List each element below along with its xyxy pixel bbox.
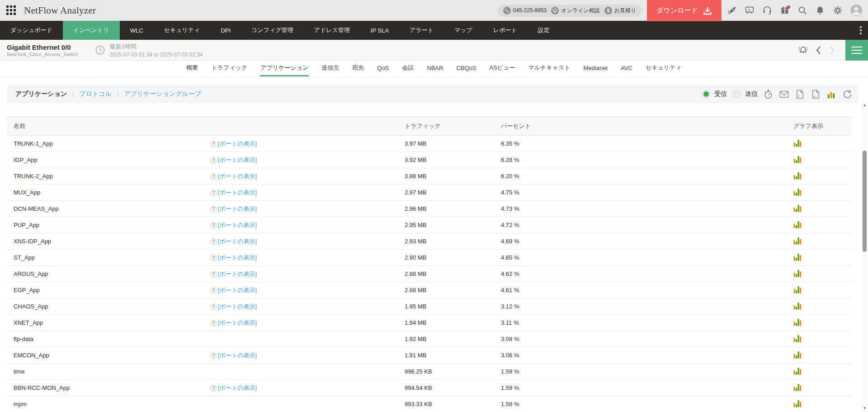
show-ports-link[interactable]: [ポートの表示]: [218, 352, 257, 359]
email-icon[interactable]: [779, 89, 789, 99]
tab[interactable]: 送信元: [321, 61, 340, 76]
tab[interactable]: アプリケーション: [260, 61, 309, 76]
nav-item[interactable]: コンフィグ管理: [241, 21, 304, 40]
nav-overflow-menu-icon[interactable]: [854, 21, 868, 40]
bell-icon[interactable]: [815, 5, 825, 15]
row-graph-button[interactable]: [793, 221, 802, 228]
filter-view[interactable]: アプリケーション: [15, 90, 67, 98]
tab[interactable]: 宛先: [352, 61, 364, 76]
tab[interactable]: 会話: [401, 61, 414, 76]
nav-item[interactable]: マップ: [444, 21, 483, 40]
show-ports-link[interactable]: [ポートの表示]: [218, 254, 257, 261]
row-graph-button[interactable]: [793, 400, 802, 407]
help-icon[interactable]: ?: [210, 271, 217, 278]
row-graph-button[interactable]: [793, 318, 802, 326]
app-grid-icon[interactable]: [6, 5, 17, 16]
tab[interactable]: セキュリティ: [645, 61, 682, 76]
snapshot-menu-button[interactable]: [845, 40, 868, 61]
row-graph-button[interactable]: [793, 188, 802, 196]
filter-view[interactable]: アプリケーショングループ: [124, 90, 201, 98]
nav-item[interactable]: セキュリティ: [154, 21, 211, 40]
row-graph-button[interactable]: [793, 237, 802, 245]
column-header-traffic[interactable]: トラフィック: [405, 122, 501, 130]
row-graph-button[interactable]: [793, 253, 802, 261]
show-ports-link[interactable]: [ポートの表示]: [218, 222, 257, 228]
receive-radio[interactable]: [702, 90, 711, 99]
row-graph-button[interactable]: [793, 156, 802, 163]
row-graph-button[interactable]: [793, 384, 802, 391]
next-interface-chevron-icon[interactable]: [829, 45, 835, 55]
row-graph-button[interactable]: [793, 367, 802, 375]
show-ports-link[interactable]: [ポートの表示]: [218, 156, 257, 163]
nav-item[interactable]: アドレス管理: [304, 21, 360, 40]
phone-chip[interactable]: 045-225-8953: [503, 7, 547, 14]
help-icon[interactable]: ?: [210, 206, 217, 213]
help-icon[interactable]: ?: [210, 141, 217, 147]
row-graph-button[interactable]: [793, 139, 802, 147]
tab[interactable]: CBQoS: [456, 61, 476, 76]
chart-view-icon[interactable]: [826, 89, 837, 99]
help-icon[interactable]: ?: [210, 238, 217, 245]
help-icon[interactable]: ?: [210, 189, 217, 196]
demo-screen-icon[interactable]: [745, 5, 755, 15]
help-icon[interactable]: ?: [210, 157, 217, 164]
row-graph-button[interactable]: [793, 172, 802, 180]
row-graph-button[interactable]: [793, 302, 802, 310]
tab[interactable]: マルチキャスト: [528, 61, 571, 76]
send-radio[interactable]: [732, 90, 741, 99]
prev-interface-chevron-icon[interactable]: [816, 45, 822, 55]
show-ports-link[interactable]: [ポートの表示]: [218, 173, 257, 180]
help-icon[interactable]: ?: [210, 352, 217, 359]
user-avatar[interactable]: [850, 5, 862, 16]
nav-item[interactable]: レポート: [483, 21, 528, 40]
column-header-name[interactable]: 名前: [7, 122, 210, 130]
show-ports-link[interactable]: [ポートの表示]: [218, 189, 257, 196]
filter-view[interactable]: プロトコル: [79, 90, 112, 98]
row-graph-button[interactable]: [793, 335, 802, 342]
show-ports-link[interactable]: [ポートの表示]: [218, 205, 257, 212]
tab[interactable]: Medianet: [583, 61, 608, 76]
download-button[interactable]: ダウンロード: [647, 0, 722, 21]
scrollbar-thumb[interactable]: [863, 151, 867, 252]
rocket-icon[interactable]: [727, 5, 737, 15]
nav-item[interactable]: IP SLA: [360, 21, 399, 40]
online-consult-chip[interactable]: オンライン相談: [551, 7, 599, 14]
help-icon[interactable]: ?: [210, 303, 217, 310]
tab[interactable]: 概要: [186, 61, 198, 76]
nav-item[interactable]: インベントリ: [63, 21, 120, 40]
nav-item[interactable]: アラート: [399, 21, 444, 40]
time-period-dropdown[interactable]: 最新1時間: [109, 43, 203, 51]
gift-icon[interactable]: [780, 5, 790, 15]
show-ports-link[interactable]: [ポートの表示]: [218, 303, 257, 310]
tab[interactable]: トラフィック: [211, 61, 248, 76]
headset-icon[interactable]: [762, 5, 772, 15]
row-graph-button[interactable]: [793, 286, 802, 294]
nav-item[interactable]: 設定: [528, 21, 560, 40]
help-icon[interactable]: ?: [210, 173, 217, 180]
nav-item[interactable]: WLC: [120, 21, 154, 40]
help-icon[interactable]: ?: [210, 385, 217, 392]
scroll-up-arrow[interactable]: ▲: [862, 103, 868, 108]
vertical-scrollbar[interactable]: ▲ ▼: [862, 102, 868, 412]
tab[interactable]: AVC: [620, 61, 633, 76]
refresh-icon[interactable]: [842, 89, 853, 99]
csv-export-icon[interactable]: csv: [811, 89, 821, 99]
show-ports-link[interactable]: [ポートの表示]: [218, 384, 257, 391]
show-ports-link[interactable]: [ポートの表示]: [218, 140, 257, 147]
help-icon[interactable]: ?: [210, 287, 217, 294]
show-ports-link[interactable]: [ポートの表示]: [218, 319, 257, 326]
tab[interactable]: NBAR: [426, 61, 443, 76]
tab[interactable]: QoS: [377, 61, 389, 76]
pdf-export-icon[interactable]: A: [795, 89, 805, 99]
stopwatch-icon[interactable]: [763, 89, 774, 99]
quote-chip[interactable]: $ お見積り: [604, 7, 637, 14]
help-icon[interactable]: ?: [210, 255, 217, 261]
nav-item[interactable]: ダッシュボード: [0, 21, 63, 40]
show-ports-link[interactable]: [ポートの表示]: [218, 287, 257, 294]
scroll-down-arrow[interactable]: ▼: [862, 406, 868, 411]
help-icon[interactable]: ?: [210, 320, 217, 327]
alarm-bell-icon[interactable]: [797, 45, 809, 55]
row-graph-button[interactable]: [793, 204, 802, 212]
nav-item[interactable]: DPI: [210, 21, 241, 40]
row-graph-button[interactable]: [793, 351, 802, 359]
